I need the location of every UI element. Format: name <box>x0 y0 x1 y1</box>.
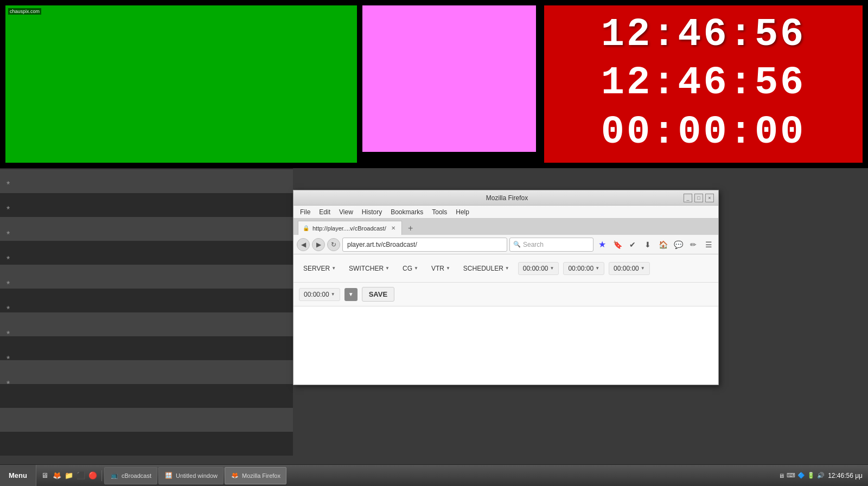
save-button[interactable]: SAVE <box>362 287 394 302</box>
scheduler-label: SCHEDULER <box>463 265 503 272</box>
url-text: player.art.tv/cBroadcast/ <box>347 241 417 248</box>
start-menu-button[interactable]: Menu <box>0 465 36 486</box>
untitled-taskbar-icon: 🪟 <box>164 471 173 480</box>
toggle-button[interactable]: ▼ <box>344 288 358 301</box>
taskbar-clock: 12:46:56 μμ <box>828 472 863 479</box>
taskbar-items: 📺 cBroadcast 🪟 Untitled window 🦊 Mozilla… <box>102 467 773 484</box>
taskbar-item-untitled[interactable]: 🪟 Untitled window <box>158 467 224 484</box>
untitled-taskbar-label: Untitled window <box>176 472 218 479</box>
chat-icon[interactable]: 💬 <box>672 238 685 251</box>
new-tab-button[interactable]: + <box>404 222 417 235</box>
switcher-menu[interactable]: SWITCHER ▼ <box>344 263 394 274</box>
menu-help[interactable]: Help <box>452 207 473 217</box>
vtr-menu[interactable]: VTR ▼ <box>427 263 455 274</box>
search-bar[interactable]: 🔍 Search <box>509 238 593 252</box>
systray-battery-icon: 🔋 <box>807 472 815 479</box>
taskbar: Menu 🖥 🦊 📁 ⬛ 🔴 📺 cBroadcast 🪟 Untitled w… <box>0 464 868 486</box>
menu-icon[interactable]: ☰ <box>702 238 715 251</box>
reload-button[interactable]: ↻ <box>327 238 340 251</box>
row2-time-label: 00:00:00 <box>304 291 329 298</box>
server-arrow-icon: ▼ <box>331 266 336 271</box>
firefox-window: Mozilla Firefox _ □ × File Edit View His… <box>293 190 719 385</box>
url-bar[interactable]: player.art.tv/cBroadcast/ <box>342 238 507 252</box>
time-btn-2[interactable]: 00:00:00 ▼ <box>563 262 604 275</box>
tab-close-button[interactable]: ✕ <box>390 225 397 232</box>
watermark: chauspix.com <box>8 8 41 15</box>
back-button[interactable]: ◀ <box>297 238 310 251</box>
systray-keyboard-icon: ⌨ <box>787 472 795 479</box>
star-8: * <box>7 347 10 372</box>
star-markers: * * * * * * * * * <box>7 172 10 397</box>
cg-menu[interactable]: CG ▼ <box>398 263 423 274</box>
server-menu[interactable]: SERVER ▼ <box>299 263 340 274</box>
systray-volume-icon: 🔊 <box>817 472 825 479</box>
star-6: * <box>7 297 10 322</box>
menu-edit[interactable]: Edit <box>316 207 334 217</box>
time-btn-3[interactable]: 00:00:00 ▼ <box>609 262 650 275</box>
firefox-taskbar-icon: 🦊 <box>231 471 239 480</box>
cbroadcast-taskbar-label: cBroadcast <box>122 472 151 479</box>
cg-label: CG <box>403 265 412 272</box>
browser-toolbar-icons: ★ 🔖 ✔ ⬇ 🏠 💬 ✏ ☰ <box>596 238 715 251</box>
minimize-button[interactable]: _ <box>684 194 692 202</box>
star-3: * <box>7 222 10 247</box>
cbroadcast-toolbar-row1: SERVER ▼ SWITCHER ▼ CG ▼ VTR ▼ SCHEDULER <box>293 254 718 283</box>
time1-label: 00:00:00 <box>523 265 548 272</box>
search-placeholder: Search <box>523 241 544 248</box>
taskbar-item-firefox[interactable]: 🦊 Mozilla Firefox <box>225 467 286 484</box>
ql-icon-app[interactable]: 🔴 <box>87 470 98 481</box>
forward-button[interactable]: ▶ <box>312 238 325 251</box>
download-icon[interactable]: ⬇ <box>641 238 654 251</box>
firefox-addressbar: ◀ ▶ ↻ player.art.tv/cBroadcast/ 🔍 Search… <box>293 235 718 254</box>
preview-area: chauspix.com 12:46:56 12:46:56 00:00:00 <box>0 0 868 168</box>
firefox-title: Mozilla Firefox <box>330 194 684 202</box>
vtr-label: VTR <box>431 265 444 272</box>
time1-arrow-icon: ▼ <box>550 266 554 271</box>
clock-time2: 12:46:56 <box>601 62 806 105</box>
menu-file[interactable]: File <box>297 207 314 217</box>
row2-time-btn[interactable]: 00:00:00 ▼ <box>299 288 340 301</box>
firefox-menubar: File Edit View History Bookmarks Tools H… <box>293 206 718 219</box>
star-9: * <box>7 372 10 397</box>
menu-history[interactable]: History <box>359 207 385 217</box>
current-tab[interactable]: 🔒 http://player....v/cBroadcast/ ✕ <box>298 221 402 235</box>
menu-tools[interactable]: Tools <box>429 207 450 217</box>
maximize-button[interactable]: □ <box>694 194 703 202</box>
time2-label: 00:00:00 <box>568 265 593 272</box>
preview-clock: 12:46:56 12:46:56 00:00:00 <box>544 5 863 163</box>
tab-label: http://player....v/cBroadcast/ <box>312 225 386 232</box>
taskbar-right: 🖥 ⌨ 🔷 🔋 🔊 12:46:56 μμ <box>773 472 868 479</box>
cg-arrow-icon: ▼ <box>414 266 418 271</box>
menu-bookmarks[interactable]: Bookmarks <box>387 207 426 217</box>
ql-icon-folder[interactable]: 📁 <box>63 470 74 481</box>
pocket-icon[interactable]: ✔ <box>626 238 639 251</box>
ql-icon-terminal[interactable]: ⬛ <box>75 470 86 481</box>
ql-icon-firefox[interactable]: 🦊 <box>52 470 62 481</box>
preview-pink <box>362 5 536 152</box>
scheduler-arrow-icon: ▼ <box>505 266 509 271</box>
preview-green: chauspix.com <box>5 5 357 163</box>
desktop: chauspix.com 12:46:56 12:46:56 00:00:00 … <box>0 0 868 486</box>
customize-icon[interactable]: ✏ <box>687 238 700 251</box>
star-1: * <box>7 172 10 197</box>
home-icon[interactable]: 🏠 <box>656 238 669 251</box>
time-btn-1[interactable]: 00:00:00 ▼ <box>518 262 559 275</box>
menu-view[interactable]: View <box>336 207 356 217</box>
content-empty-area <box>293 306 718 385</box>
star-7: * <box>7 322 10 347</box>
bookmark-star-icon[interactable]: ★ <box>596 238 609 251</box>
taskbar-item-cbroadcast[interactable]: 📺 cBroadcast <box>104 467 157 484</box>
star-5: * <box>7 272 10 297</box>
clock-countdown: 00:00:00 <box>601 110 806 155</box>
home-bookmark-icon[interactable]: 🔖 <box>611 238 624 251</box>
time3-label: 00:00:00 <box>614 265 639 272</box>
close-button[interactable]: × <box>705 194 714 202</box>
quicklaunch-bar: 🖥 🦊 📁 ⬛ 🔴 <box>36 470 102 481</box>
scheduler-menu[interactable]: SCHEDULER ▼ <box>459 263 514 274</box>
firefox-tabbar: 🔒 http://player....v/cBroadcast/ ✕ + <box>293 219 718 235</box>
systray-monitor-icon: 🖥 <box>778 472 784 479</box>
star-4: * <box>7 247 10 272</box>
ql-icon-monitor[interactable]: 🖥 <box>40 470 50 481</box>
toggle-icon: ▼ <box>348 291 354 297</box>
search-icon: 🔍 <box>513 241 521 248</box>
